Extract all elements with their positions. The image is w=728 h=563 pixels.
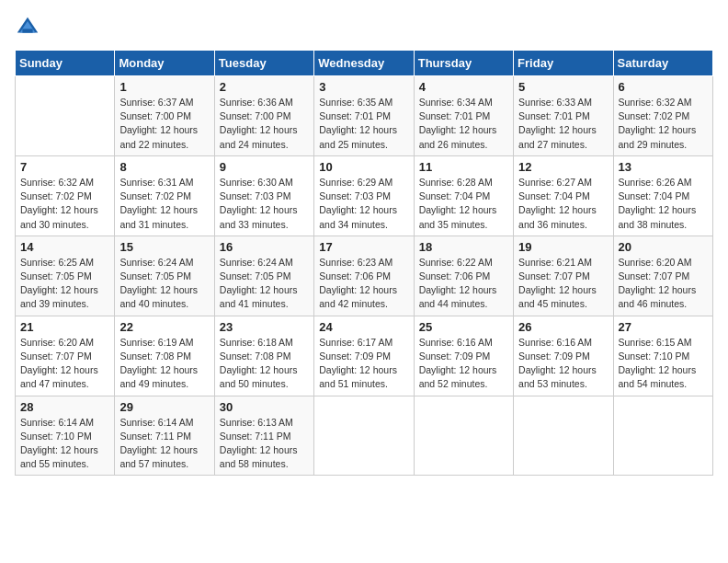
day-number: 14 — [20, 240, 109, 254]
day-cell — [613, 396, 712, 476]
day-cell: 6Sunrise: 6:32 AM Sunset: 7:02 PM Daylig… — [613, 76, 712, 156]
week-row-5: 28Sunrise: 6:14 AM Sunset: 7:10 PM Dayli… — [16, 396, 713, 476]
day-cell: 12Sunrise: 6:27 AM Sunset: 7:04 PM Dayli… — [514, 155, 613, 236]
day-number: 4 — [419, 80, 508, 94]
day-number: 28 — [20, 400, 109, 414]
day-cell: 24Sunrise: 6:17 AM Sunset: 7:09 PM Dayli… — [314, 316, 414, 396]
day-number: 1 — [119, 80, 209, 94]
day-info: Sunrise: 6:20 AM Sunset: 7:07 PM Dayligh… — [619, 256, 708, 312]
svg-rect-2 — [22, 29, 32, 32]
day-number: 8 — [119, 160, 209, 174]
day-info: Sunrise: 6:18 AM Sunset: 7:08 PM Dayligh… — [220, 336, 309, 392]
logo — [15, 15, 44, 40]
day-cell: 21Sunrise: 6:20 AM Sunset: 7:07 PM Dayli… — [16, 316, 115, 396]
day-number: 21 — [20, 320, 109, 334]
page-header — [15, 15, 713, 40]
day-cell: 2Sunrise: 6:36 AM Sunset: 7:00 PM Daylig… — [214, 76, 313, 156]
day-cell: 10Sunrise: 6:29 AM Sunset: 7:03 PM Dayli… — [314, 155, 414, 236]
calendar-table: SundayMondayTuesdayWednesdayThursdayFrid… — [15, 50, 713, 476]
day-info: Sunrise: 6:15 AM Sunset: 7:10 PM Dayligh… — [619, 336, 708, 392]
day-number: 18 — [419, 240, 508, 254]
week-row-4: 21Sunrise: 6:20 AM Sunset: 7:07 PM Dayli… — [16, 316, 713, 396]
day-cell: 3Sunrise: 6:35 AM Sunset: 7:01 PM Daylig… — [314, 76, 414, 156]
day-cell: 28Sunrise: 6:14 AM Sunset: 7:10 PM Dayli… — [16, 396, 115, 476]
day-number: 15 — [119, 240, 209, 254]
day-info: Sunrise: 6:37 AM Sunset: 7:00 PM Dayligh… — [119, 96, 209, 152]
day-number: 26 — [518, 320, 608, 334]
day-cell: 19Sunrise: 6:21 AM Sunset: 7:07 PM Dayli… — [514, 236, 613, 316]
day-info: Sunrise: 6:32 AM Sunset: 7:02 PM Dayligh… — [619, 96, 708, 152]
week-row-3: 14Sunrise: 6:25 AM Sunset: 7:05 PM Dayli… — [16, 236, 713, 316]
day-info: Sunrise: 6:21 AM Sunset: 7:07 PM Dayligh… — [518, 256, 608, 312]
day-info: Sunrise: 6:30 AM Sunset: 7:03 PM Dayligh… — [220, 176, 309, 232]
day-info: Sunrise: 6:23 AM Sunset: 7:06 PM Dayligh… — [319, 256, 408, 312]
day-cell: 29Sunrise: 6:14 AM Sunset: 7:11 PM Dayli… — [115, 396, 214, 476]
day-cell: 15Sunrise: 6:24 AM Sunset: 7:05 PM Dayli… — [115, 236, 214, 316]
day-number: 30 — [220, 400, 309, 414]
day-number: 23 — [220, 320, 309, 334]
day-cell — [514, 396, 613, 476]
day-number: 10 — [319, 160, 408, 174]
day-cell: 27Sunrise: 6:15 AM Sunset: 7:10 PM Dayli… — [613, 316, 712, 396]
day-cell: 13Sunrise: 6:26 AM Sunset: 7:04 PM Dayli… — [613, 155, 712, 236]
day-info: Sunrise: 6:32 AM Sunset: 7:02 PM Dayligh… — [20, 176, 109, 232]
day-cell: 14Sunrise: 6:25 AM Sunset: 7:05 PM Dayli… — [16, 236, 115, 316]
day-cell: 23Sunrise: 6:18 AM Sunset: 7:08 PM Dayli… — [214, 316, 313, 396]
day-number: 6 — [619, 80, 708, 94]
day-info: Sunrise: 6:34 AM Sunset: 7:01 PM Dayligh… — [419, 96, 508, 152]
day-cell: 16Sunrise: 6:24 AM Sunset: 7:05 PM Dayli… — [214, 236, 313, 316]
day-number: 17 — [319, 240, 408, 254]
col-header-tuesday: Tuesday — [214, 51, 313, 76]
day-info: Sunrise: 6:19 AM Sunset: 7:08 PM Dayligh… — [119, 336, 209, 392]
day-cell: 17Sunrise: 6:23 AM Sunset: 7:06 PM Dayli… — [314, 236, 414, 316]
day-number: 13 — [619, 160, 708, 174]
day-cell — [16, 76, 115, 156]
day-info: Sunrise: 6:28 AM Sunset: 7:04 PM Dayligh… — [419, 176, 508, 232]
day-cell: 18Sunrise: 6:22 AM Sunset: 7:06 PM Dayli… — [414, 236, 513, 316]
day-info: Sunrise: 6:16 AM Sunset: 7:09 PM Dayligh… — [419, 336, 508, 392]
day-number: 7 — [20, 160, 109, 174]
col-header-wednesday: Wednesday — [314, 51, 414, 76]
day-number: 22 — [119, 320, 209, 334]
day-cell: 5Sunrise: 6:33 AM Sunset: 7:01 PM Daylig… — [514, 76, 613, 156]
week-row-1: 1Sunrise: 6:37 AM Sunset: 7:00 PM Daylig… — [16, 76, 713, 156]
day-number: 27 — [619, 320, 708, 334]
col-header-sunday: Sunday — [16, 51, 115, 76]
day-info: Sunrise: 6:24 AM Sunset: 7:05 PM Dayligh… — [119, 256, 209, 312]
day-number: 12 — [518, 160, 608, 174]
day-cell — [414, 396, 513, 476]
logo-icon — [15, 15, 40, 40]
day-cell: 7Sunrise: 6:32 AM Sunset: 7:02 PM Daylig… — [16, 155, 115, 236]
day-number: 5 — [518, 80, 608, 94]
day-cell: 11Sunrise: 6:28 AM Sunset: 7:04 PM Dayli… — [414, 155, 513, 236]
day-cell: 8Sunrise: 6:31 AM Sunset: 7:02 PM Daylig… — [115, 155, 214, 236]
day-cell: 4Sunrise: 6:34 AM Sunset: 7:01 PM Daylig… — [414, 76, 513, 156]
day-info: Sunrise: 6:36 AM Sunset: 7:00 PM Dayligh… — [220, 96, 309, 152]
day-number: 19 — [518, 240, 608, 254]
day-number: 9 — [220, 160, 309, 174]
day-cell — [314, 396, 414, 476]
day-number: 20 — [619, 240, 708, 254]
day-info: Sunrise: 6:13 AM Sunset: 7:11 PM Dayligh… — [220, 416, 309, 472]
day-info: Sunrise: 6:14 AM Sunset: 7:10 PM Dayligh… — [20, 416, 109, 472]
day-number: 11 — [419, 160, 508, 174]
column-headers: SundayMondayTuesdayWednesdayThursdayFrid… — [16, 51, 713, 76]
day-info: Sunrise: 6:17 AM Sunset: 7:09 PM Dayligh… — [319, 336, 408, 392]
day-cell: 30Sunrise: 6:13 AM Sunset: 7:11 PM Dayli… — [214, 396, 313, 476]
day-info: Sunrise: 6:16 AM Sunset: 7:09 PM Dayligh… — [518, 336, 608, 392]
day-info: Sunrise: 6:35 AM Sunset: 7:01 PM Dayligh… — [319, 96, 408, 152]
day-number: 3 — [319, 80, 408, 94]
day-info: Sunrise: 6:20 AM Sunset: 7:07 PM Dayligh… — [20, 336, 109, 392]
day-info: Sunrise: 6:33 AM Sunset: 7:01 PM Dayligh… — [518, 96, 608, 152]
day-info: Sunrise: 6:25 AM Sunset: 7:05 PM Dayligh… — [20, 256, 109, 312]
col-header-saturday: Saturday — [613, 51, 712, 76]
day-info: Sunrise: 6:26 AM Sunset: 7:04 PM Dayligh… — [619, 176, 708, 232]
day-cell: 22Sunrise: 6:19 AM Sunset: 7:08 PM Dayli… — [115, 316, 214, 396]
day-cell: 1Sunrise: 6:37 AM Sunset: 7:00 PM Daylig… — [115, 76, 214, 156]
day-info: Sunrise: 6:24 AM Sunset: 7:05 PM Dayligh… — [220, 256, 309, 312]
col-header-thursday: Thursday — [414, 51, 513, 76]
day-info: Sunrise: 6:14 AM Sunset: 7:11 PM Dayligh… — [119, 416, 209, 472]
col-header-friday: Friday — [514, 51, 613, 76]
day-info: Sunrise: 6:31 AM Sunset: 7:02 PM Dayligh… — [119, 176, 209, 232]
day-number: 16 — [220, 240, 309, 254]
